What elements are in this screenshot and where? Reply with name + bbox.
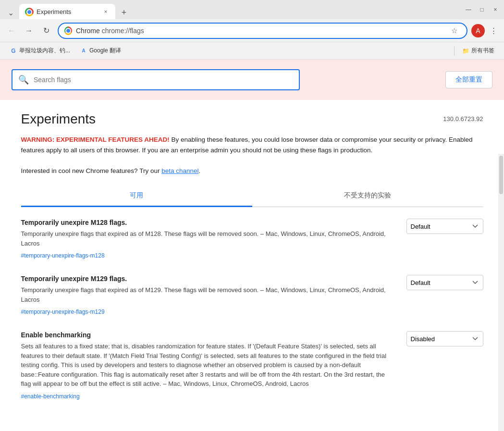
address-domain: Chrome <box>76 27 100 35</box>
address-text: Chrome chrome://flags <box>76 27 443 35</box>
warning-box: WARNING: EXPERIMENTAL FEATURES AHEAD! By… <box>21 135 483 176</box>
window-controls: — □ × <box>464 5 500 14</box>
flags-list: Temporarily unexpire M128 flags. Tempora… <box>21 219 483 400</box>
flag-title: Enable benchmarking <box>21 331 395 339</box>
navbar: ← → ↻ Chrome chrome://flags ☆ A ⋮ <box>0 19 504 42</box>
titlebar: ⌄ Experiments × + — □ × <box>0 0 504 19</box>
beta-suffix: . <box>198 167 200 174</box>
bookmark-label-spam: 举报垃圾内容、钓... <box>19 47 70 55</box>
flag-control: DefaultEnabledDisabled <box>406 275 483 290</box>
address-path: chrome://flags <box>102 27 144 35</box>
flag-link[interactable]: #enable-benchmarking <box>21 393 80 400</box>
tab-dropdown[interactable]: ⌄ <box>4 6 17 19</box>
scrollbar[interactable] <box>498 154 504 431</box>
bookmark-label-translate: Google 翻译 <box>89 47 121 55</box>
avatar[interactable]: A <box>471 24 485 37</box>
maximize-button[interactable]: □ <box>477 5 487 14</box>
flag-select-2[interactable]: DefaultEnabledDisabled <box>406 331 483 346</box>
page: 🔍 全部重置 Experiments 130.0.6723.92 WARNING… <box>0 60 504 431</box>
all-bookmarks-button[interactable]: 📁 所有书签 <box>458 45 498 57</box>
tabs-bar: 可用 不受支持的实验 <box>21 185 483 207</box>
flag-info: Temporarily unexpire M128 flags. Tempora… <box>21 219 395 259</box>
beta-channel-link[interactable]: beta channel <box>161 167 198 174</box>
address-bar[interactable]: Chrome chrome://flags ☆ <box>58 23 467 39</box>
flag-item: Temporarily unexpire M128 flags. Tempora… <box>21 219 483 259</box>
flag-link[interactable]: #temporary-unexpire-flags-m128 <box>21 252 105 259</box>
flag-info: Temporarily unexpire M129 flags. Tempora… <box>21 275 395 316</box>
folder-icon: 📁 <box>462 48 469 54</box>
flag-title: Temporarily unexpire M128 flags. <box>21 219 395 226</box>
tab-label: Experiments <box>37 8 98 15</box>
forward-button[interactable]: → <box>21 23 37 38</box>
flag-desc: Temporarily unexpire flags that expired … <box>21 285 395 304</box>
tab-strip: Experiments × + <box>19 4 500 19</box>
back-button[interactable]: ← <box>4 23 19 38</box>
bookmarks-bar: G 举报垃圾内容、钓... A Google 翻译 📁 所有书签 <box>0 42 504 60</box>
bookmarks-right: 📁 所有书签 <box>452 45 498 57</box>
bookmark-item-translate[interactable]: A Google 翻译 <box>76 45 125 57</box>
bookmarks-divider <box>454 46 455 56</box>
flag-link[interactable]: #temporary-unexpire-flags-m129 <box>21 308 105 315</box>
reset-button[interactable]: 全部重置 <box>445 71 492 88</box>
menu-button[interactable]: ⋮ <box>487 24 500 37</box>
minimize-button[interactable]: — <box>464 5 473 14</box>
flag-item: Temporarily unexpire M129 flags. Tempora… <box>21 275 483 316</box>
active-tab[interactable]: Experiments × <box>19 4 115 19</box>
page-title: Experiments <box>21 111 96 127</box>
main-content: Experiments 130.0.6723.92 WARNING: EXPER… <box>10 100 495 431</box>
flag-control: DefaultEnabledDisabled <box>406 331 483 346</box>
page-header: Experiments 130.0.6723.92 <box>21 111 483 127</box>
bookmark-button[interactable]: ☆ <box>447 24 461 37</box>
scrollbar-thumb[interactable] <box>499 156 503 194</box>
search-input[interactable] <box>12 69 300 90</box>
tab-close-button[interactable]: × <box>102 8 110 15</box>
flag-desc: Sets all features to a fixed state; that… <box>21 342 395 389</box>
tab-favicon <box>25 8 33 15</box>
all-bookmarks-label: 所有书签 <box>471 47 494 55</box>
site-favicon <box>64 27 72 35</box>
search-wrap: 🔍 <box>12 69 300 90</box>
close-window-button[interactable]: × <box>491 5 500 14</box>
flag-item: Enable benchmarking Sets all features to… <box>21 331 483 400</box>
profile-button[interactable]: A <box>471 24 485 37</box>
tab-unsupported[interactable]: 不受支持的实验 <box>252 185 483 207</box>
search-icon: 🔍 <box>18 74 29 85</box>
flag-desc: Temporarily unexpire flags that expired … <box>21 229 395 248</box>
warning-label: WARNING: EXPERIMENTAL FEATURES AHEAD! <box>21 136 170 143</box>
google-icon: G <box>10 47 17 55</box>
flag-control: DefaultEnabledDisabled <box>406 219 483 234</box>
search-area: 🔍 全部重置 <box>0 60 504 100</box>
tab-available[interactable]: 可用 <box>21 185 252 207</box>
translate-icon: A <box>80 47 87 55</box>
reload-button[interactable]: ↻ <box>38 23 54 38</box>
flag-info: Enable benchmarking Sets all features to… <box>21 331 395 400</box>
beta-text: Interested in cool new Chrome features? … <box>21 167 162 174</box>
new-tab-button[interactable]: + <box>117 6 131 19</box>
version-text: 130.0.6723.92 <box>443 115 483 123</box>
flag-select-1[interactable]: DefaultEnabledDisabled <box>406 275 483 290</box>
flag-select-0[interactable]: DefaultEnabledDisabled <box>406 219 483 234</box>
address-actions: ☆ <box>447 24 461 37</box>
bookmark-item-spam[interactable]: G 举报垃圾内容、钓... <box>6 45 74 57</box>
flag-title: Temporarily unexpire M129 flags. <box>21 275 395 283</box>
